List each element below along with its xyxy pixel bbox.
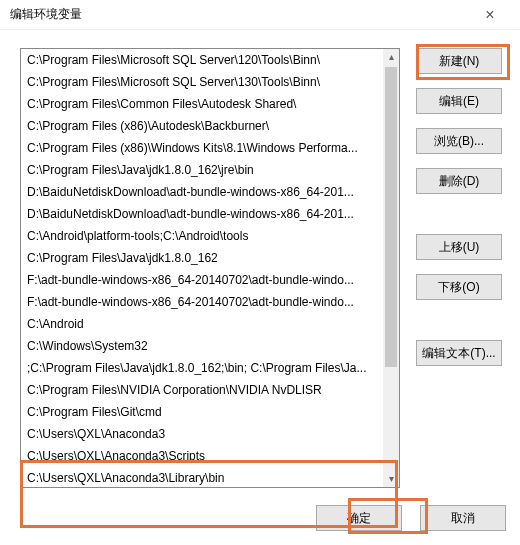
list-item[interactable]: C:\Program Files\Java\jdk1.8.0_162 xyxy=(21,247,383,269)
list-item[interactable]: C:\Windows\System32 xyxy=(21,335,383,357)
list-item[interactable]: F:\adt-bundle-windows-x86_64-20140702\ad… xyxy=(21,269,383,291)
footer-buttons: 确定 取消 xyxy=(316,505,506,531)
browse-button[interactable]: 浏览(B)... xyxy=(416,128,502,154)
scroll-down-icon[interactable]: ▾ xyxy=(383,471,399,487)
list-item[interactable]: D:\BaiduNetdiskDownload\adt-bundle-windo… xyxy=(21,181,383,203)
edit-button[interactable]: 编辑(E) xyxy=(416,88,502,114)
path-listbox[interactable]: C:\Program Files\Microsoft SQL Server\12… xyxy=(20,48,400,488)
dialog-content: C:\Program Files\Microsoft SQL Server\12… xyxy=(0,30,520,545)
listbox-inner: C:\Program Files\Microsoft SQL Server\12… xyxy=(21,49,383,487)
new-button[interactable]: 新建(N) xyxy=(416,48,502,74)
scroll-thumb[interactable] xyxy=(385,67,397,367)
list-item[interactable]: C:\Program Files\Common Files\Autodesk S… xyxy=(21,93,383,115)
list-item[interactable]: C:\Users\QXL\Anaconda3\Library\bin xyxy=(21,467,383,487)
movedown-button[interactable]: 下移(O) xyxy=(416,274,502,300)
close-icon[interactable]: × xyxy=(470,6,510,24)
cancel-button[interactable]: 取消 xyxy=(420,505,506,531)
list-item[interactable]: F:\adt-bundle-windows-x86_64-20140702\ad… xyxy=(21,291,383,313)
scroll-up-icon[interactable]: ▴ xyxy=(383,49,399,65)
list-item[interactable]: C:\Users\QXL\Anaconda3 xyxy=(21,423,383,445)
list-item[interactable]: C:\Users\QXL\Anaconda3\Scripts xyxy=(21,445,383,467)
window-title: 编辑环境变量 xyxy=(10,6,470,23)
scrollbar[interactable]: ▴ ▾ xyxy=(383,49,399,487)
list-item[interactable]: C:\Program Files (x86)\Windows Kits\8.1\… xyxy=(21,137,383,159)
ok-button[interactable]: 确定 xyxy=(316,505,402,531)
edittext-button[interactable]: 编辑文本(T)... xyxy=(416,340,502,366)
list-item[interactable]: C:\Program Files\Microsoft SQL Server\12… xyxy=(21,49,383,71)
list-item[interactable]: C:\Android xyxy=(21,313,383,335)
delete-button[interactable]: 删除(D) xyxy=(416,168,502,194)
titlebar: 编辑环境变量 × xyxy=(0,0,520,30)
list-item[interactable]: C:\Program Files\Java\jdk1.8.0_162\jre\b… xyxy=(21,159,383,181)
list-item[interactable]: C:\Program Files\Git\cmd xyxy=(21,401,383,423)
list-item[interactable]: C:\Program Files\Microsoft SQL Server\13… xyxy=(21,71,383,93)
list-item[interactable]: C:\Program Files (x86)\Autodesk\Backburn… xyxy=(21,115,383,137)
list-item[interactable]: ;C:\Program Files\Java\jdk1.8.0_162;\bin… xyxy=(21,357,383,379)
moveup-button[interactable]: 上移(U) xyxy=(416,234,502,260)
list-item[interactable]: D:\BaiduNetdiskDownload\adt-bundle-windo… xyxy=(21,203,383,225)
list-item[interactable]: C:\Android\platform-tools;C:\Android\too… xyxy=(21,225,383,247)
side-buttons: 新建(N) 编辑(E) 浏览(B)... 删除(D) 上移(U) 下移(O) 编… xyxy=(416,48,506,380)
list-item[interactable]: C:\Program Files\NVIDIA Corporation\NVID… xyxy=(21,379,383,401)
